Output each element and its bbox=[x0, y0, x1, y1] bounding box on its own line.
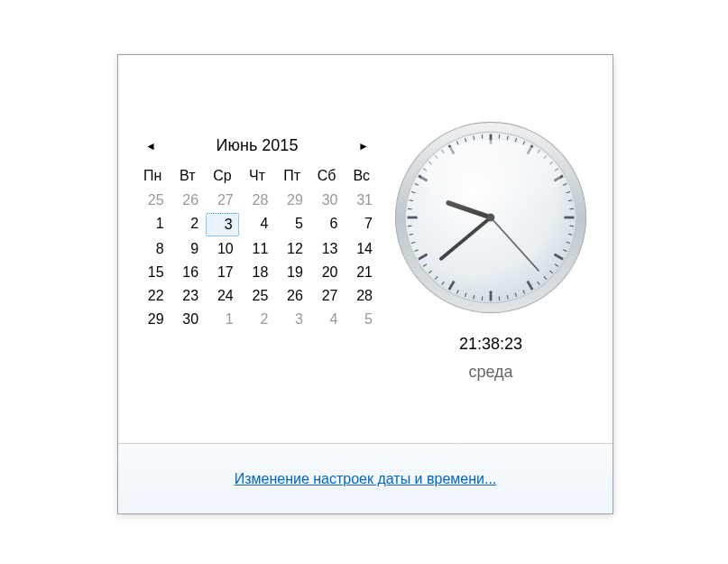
footer-bar: Изменение настроек даты и времени... bbox=[118, 443, 613, 513]
weekday-header: Вт bbox=[171, 164, 205, 188]
calendar-day[interactable]: 18 bbox=[241, 262, 274, 283]
calendar-day[interactable]: 9 bbox=[171, 238, 205, 260]
calendar-day[interactable]: 28 bbox=[345, 285, 378, 307]
calendar-day[interactable]: 20 bbox=[310, 262, 344, 283]
calendar-day[interactable]: 13 bbox=[310, 238, 344, 260]
digital-time: 21:38:23 bbox=[459, 335, 522, 354]
svg-point-66 bbox=[421, 140, 560, 216]
prev-month-arrow[interactable]: ◄ bbox=[145, 140, 156, 153]
day-of-week: среда bbox=[468, 363, 512, 382]
calendar-day[interactable]: 23 bbox=[171, 285, 205, 307]
calendar-day[interactable]: 27 bbox=[310, 285, 344, 307]
calendar-day[interactable]: 22 bbox=[136, 285, 170, 307]
calendar-day[interactable]: 6 bbox=[310, 213, 344, 236]
calendar-day[interactable]: 8 bbox=[136, 238, 170, 260]
calendar-day[interactable]: 3 bbox=[275, 309, 309, 330]
calendar-day[interactable]: 30 bbox=[310, 190, 344, 211]
calendar-day[interactable]: 21 bbox=[345, 262, 378, 283]
calendar-day[interactable]: 15 bbox=[136, 262, 170, 283]
calendar-section: ◄ Июнь 2015 ► ПнВтСрЧтПтСбВс252627282930… bbox=[136, 82, 378, 425]
calendar-day[interactable]: 3 bbox=[206, 213, 239, 236]
calendar-day[interactable]: 2 bbox=[241, 309, 274, 330]
clock-section: 21:38:23 среда bbox=[378, 82, 594, 425]
calendar-day[interactable]: 29 bbox=[136, 309, 170, 330]
weekday-header: Пн bbox=[136, 164, 170, 188]
datetime-popup: ◄ Июнь 2015 ► ПнВтСрЧтПтСбВс252627282930… bbox=[117, 54, 613, 514]
calendar-day[interactable]: 4 bbox=[310, 309, 344, 330]
calendar-day[interactable]: 25 bbox=[136, 190, 170, 211]
change-settings-link[interactable]: Изменение настроек даты и времени... bbox=[235, 471, 497, 487]
calendar-day[interactable]: 31 bbox=[345, 190, 378, 211]
calendar-day[interactable]: 25 bbox=[241, 285, 274, 307]
calendar-day[interactable]: 14 bbox=[345, 238, 378, 260]
calendar-day[interactable]: 12 bbox=[275, 238, 309, 260]
calendar-day[interactable]: 29 bbox=[275, 190, 309, 211]
calendar-day[interactable]: 24 bbox=[206, 285, 239, 307]
calendar-day[interactable]: 17 bbox=[206, 262, 239, 283]
calendar-day[interactable]: 30 bbox=[171, 309, 205, 330]
month-title[interactable]: Июнь 2015 bbox=[156, 136, 358, 155]
calendar-day[interactable]: 27 bbox=[206, 190, 239, 211]
calendar-day[interactable]: 16 bbox=[171, 262, 205, 283]
calendar-day[interactable]: 1 bbox=[136, 213, 170, 236]
calendar-day[interactable]: 2 bbox=[171, 213, 205, 236]
calendar-day[interactable]: 19 bbox=[275, 262, 309, 283]
calendar-day[interactable]: 4 bbox=[241, 213, 274, 236]
calendar-day[interactable]: 5 bbox=[345, 309, 378, 330]
main-area: ◄ Июнь 2015 ► ПнВтСрЧтПтСбВс252627282930… bbox=[118, 55, 613, 443]
calendar-day[interactable]: 5 bbox=[275, 213, 309, 236]
weekday-header: Сб bbox=[310, 164, 344, 188]
calendar-day[interactable]: 26 bbox=[275, 285, 309, 307]
calendar-day[interactable]: 1 bbox=[206, 309, 239, 330]
weekday-header: Чт bbox=[241, 164, 274, 188]
analog-clock bbox=[392, 118, 590, 317]
calendar-day[interactable]: 11 bbox=[241, 238, 274, 260]
weekday-header: Ср bbox=[206, 164, 239, 188]
calendar-header: ◄ Июнь 2015 ► bbox=[136, 136, 378, 164]
next-month-arrow[interactable]: ► bbox=[358, 140, 369, 153]
calendar-day[interactable]: 28 bbox=[241, 190, 274, 211]
calendar-grid: ПнВтСрЧтПтСбВс25262728293031123456789101… bbox=[136, 164, 378, 330]
calendar-day[interactable]: 26 bbox=[171, 190, 205, 211]
calendar-day[interactable]: 10 bbox=[206, 238, 239, 260]
weekday-header: Пт bbox=[275, 164, 309, 188]
weekday-header: Вс bbox=[345, 164, 378, 188]
calendar-day[interactable]: 7 bbox=[345, 213, 378, 236]
